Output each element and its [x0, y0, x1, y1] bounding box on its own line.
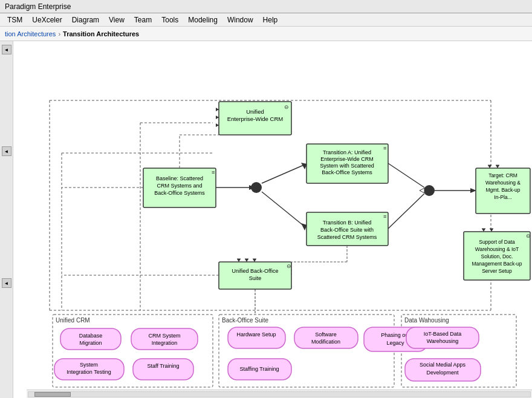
svg-text:Migration: Migration [79, 340, 102, 346]
menu-tsm[interactable]: TSM [2, 15, 27, 25]
sidebar-expand-btn2[interactable]: ◄ [2, 278, 11, 288]
left-sidebar: ◄ ◄ ◄ [0, 41, 13, 398]
svg-text:≡: ≡ [383, 214, 386, 220]
svg-text:Back-Office Suite with: Back-Office Suite with [320, 227, 374, 233]
menu-uexceler[interactable]: UeXceler [27, 15, 66, 25]
svg-rect-94 [228, 327, 285, 348]
title-bar: Paradigm Enterprise [0, 0, 532, 13]
svg-text:CRM Systems and: CRM Systems and [157, 183, 202, 189]
svg-text:Back-Office Systems: Back-Office Systems [322, 169, 372, 175]
svg-text:≡: ≡ [212, 169, 215, 175]
svg-text:Back-Office Systems: Back-Office Systems [154, 190, 205, 196]
svg-text:In-Pla...: In-Pla... [494, 194, 511, 200]
svg-text:Transition B: Unified: Transition B: Unified [323, 220, 372, 226]
diagram-canvas[interactable]: Unified CRM Back-Office Suite Data Wahou… [13, 41, 532, 398]
svg-text:IoT-Based Data: IoT-Based Data [424, 331, 462, 337]
svg-text:⊖: ⊖ [284, 104, 289, 110]
sidebar-expand-btn[interactable]: ◄ [2, 146, 11, 156]
horizontal-scrollbar[interactable] [27, 390, 532, 398]
svg-rect-86 [131, 328, 198, 350]
svg-text:Enterprise-Wide CRM: Enterprise-Wide CRM [227, 116, 283, 122]
svg-text:Legacy: Legacy [386, 340, 404, 346]
diagram-svg: Unified CRM Back-Office Suite Data Wahou… [13, 41, 532, 398]
menu-tools[interactable]: Tools [157, 15, 183, 25]
svg-text:Warehousing & IoT: Warehousing & IoT [475, 246, 519, 252]
svg-line-47 [388, 163, 424, 188]
app-title: Paradigm Enterprise [5, 2, 71, 11]
menu-help[interactable]: Help [258, 15, 283, 25]
svg-line-48 [388, 194, 424, 229]
menu-window[interactable]: Window [222, 15, 258, 25]
svg-text:Solution, Doc.: Solution, Doc. [481, 253, 513, 259]
svg-text:⊖: ⊖ [526, 233, 531, 239]
svg-text:Transition A: Unified: Transition A: Unified [323, 149, 371, 155]
svg-text:Baseline: Scattered: Baseline: Scattered [156, 175, 203, 181]
svg-text:System: System [80, 362, 98, 368]
menu-bar: TSM UeXceler Diagram View Team Tools Mod… [0, 13, 532, 27]
svg-point-31 [251, 182, 262, 193]
breadcrumb: tion Architectures › Transition Architec… [0, 27, 532, 41]
svg-text:Support of Data: Support of Data [479, 239, 515, 245]
svg-line-32 [262, 165, 303, 183]
svg-point-49 [424, 185, 435, 196]
svg-text:Hardware Setup: Hardware Setup [236, 331, 276, 338]
sidebar-collapse-btn[interactable]: ◄ [2, 45, 11, 54]
svg-text:Software: Software [315, 331, 337, 338]
svg-text:Development: Development [426, 370, 459, 376]
svg-line-34 [262, 192, 303, 226]
svg-rect-96 [294, 327, 358, 348]
menu-view[interactable]: View [104, 15, 129, 25]
svg-text:System with Scattered: System with Scattered [320, 163, 374, 169]
svg-rect-92 [133, 359, 193, 380]
svg-text:CRM System: CRM System [148, 333, 180, 339]
svg-text:Data Wahousing: Data Wahousing [404, 317, 449, 324]
svg-text:Staffing Training: Staffing Training [240, 366, 279, 372]
svg-text:Unified: Unified [246, 108, 264, 115]
menu-diagram[interactable]: Diagram [67, 15, 104, 25]
svg-text:Warehousing &: Warehousing & [485, 180, 521, 186]
scroll-track[interactable] [28, 391, 531, 397]
svg-text:Staff Training: Staff Training [148, 363, 180, 369]
breadcrumb-item-2: Transition Architectures [63, 30, 139, 38]
svg-text:Unified CRM: Unified CRM [56, 317, 90, 324]
main-area: ◄ ◄ ◄ Unified CRM Back-Office Suite [0, 41, 532, 398]
svg-text:Unified Back-Office: Unified Back-Office [232, 268, 279, 274]
svg-text:Mgmt. Back-up: Mgmt. Back-up [485, 187, 520, 193]
svg-text:Management Back-up: Management Back-up [472, 261, 522, 267]
svg-text:Modification: Modification [311, 339, 340, 345]
svg-text:Database: Database [79, 333, 103, 339]
svg-text:Integration: Integration [152, 340, 178, 346]
svg-text:≡: ≡ [383, 145, 386, 151]
menu-team[interactable]: Team [129, 15, 157, 25]
svg-text:Integration Testing: Integration Testing [66, 369, 111, 375]
svg-marker-50 [420, 188, 424, 193]
breadcrumb-item-1[interactable]: tion Architectures [5, 30, 56, 38]
svg-rect-83 [60, 328, 121, 350]
menu-modeling[interactable]: Modeling [183, 15, 222, 25]
svg-text:Enterprise-Wide CRM: Enterprise-Wide CRM [320, 156, 374, 162]
svg-text:Server Setup: Server Setup [482, 268, 512, 274]
svg-text:Back-Office Suite: Back-Office Suite [222, 317, 269, 324]
svg-text:Warehousing: Warehousing [427, 338, 459, 344]
svg-text:Scattered CRM Systems: Scattered CRM Systems [317, 234, 377, 240]
breadcrumb-separator: › [58, 30, 60, 38]
scroll-thumb[interactable] [34, 392, 71, 397]
svg-text:Social Medial Apps: Social Medial Apps [420, 362, 466, 368]
svg-text:⊖: ⊖ [287, 263, 291, 269]
svg-text:Phasing out: Phasing out [381, 332, 410, 338]
svg-text:Target: CRM: Target: CRM [488, 172, 517, 178]
svg-text:Suite: Suite [249, 275, 262, 281]
